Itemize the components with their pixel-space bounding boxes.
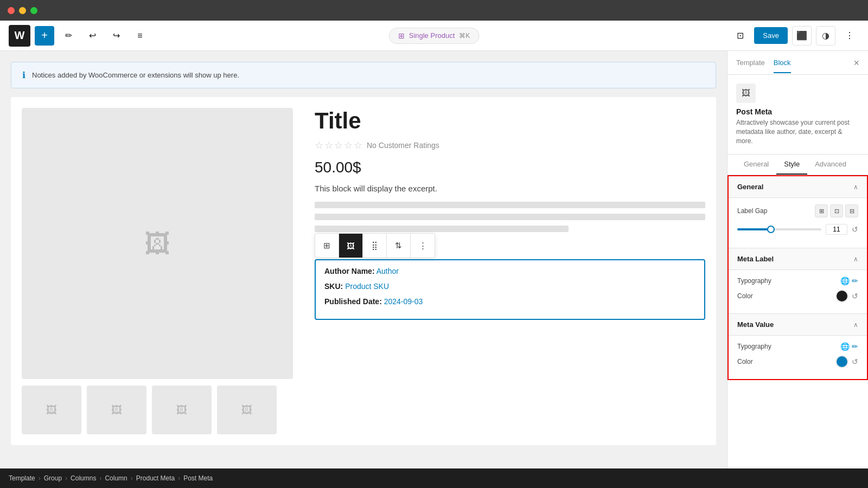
- list-view-button[interactable]: ≡: [130, 26, 150, 46]
- author-value[interactable]: Author: [376, 267, 399, 275]
- meta-label-section-header[interactable]: Meta Label ∧: [729, 248, 867, 269]
- canvas: ℹ Notices added by WooCommerce or extens…: [0, 51, 727, 468]
- meta-label-color-reset[interactable]: ↺: [852, 292, 858, 300]
- single-product-pill[interactable]: ⊞ Single Product ⌘K: [389, 28, 480, 44]
- thumbnail-1: 🖼: [22, 386, 81, 434]
- more-options-button[interactable]: ⋮: [411, 234, 435, 258]
- move-up-down[interactable]: ⇅: [387, 234, 411, 258]
- product-image-column: 🖼 🖼 🖼 🖼 🖼: [22, 108, 293, 434]
- breadcrumb-sep-3: ›: [99, 474, 101, 482]
- product-price: 50.00$: [315, 159, 705, 176]
- label-gap-controls: ⊞ ⊡ ⊟: [815, 204, 858, 217]
- general-section-header[interactable]: General ∧: [729, 176, 867, 197]
- meta-value-section-title: Meta Value: [737, 320, 774, 329]
- panel-close-button[interactable]: ×: [853, 57, 859, 74]
- breadcrumb-template[interactable]: Template: [9, 474, 35, 482]
- toolbar-right: ⊡ Save ⬛ ◑ ⋮: [730, 26, 859, 46]
- maximize-button[interactable]: [30, 7, 37, 14]
- right-panel: Template Block × 🖼 Post Meta Attractivel…: [727, 51, 868, 468]
- post-meta-block[interactable]: Author Name: Author SKU: Product SKU Pub…: [315, 259, 705, 320]
- meta-row-date: Published Date: 2024-09-03: [324, 297, 695, 306]
- meta-label-typography-icons: 🌐 ✏: [840, 277, 858, 285]
- meta-value-color-reset[interactable]: ↺: [852, 357, 858, 366]
- toolbar-left: W + ✏ ↩ ↪ ≡: [9, 25, 150, 47]
- star-rating: ☆ ☆ ☆ ☆ ☆: [315, 139, 362, 151]
- drag-handle[interactable]: ⣿: [363, 234, 387, 258]
- meta-value-section-body: Typography 🌐 ✏ Color ↺: [729, 335, 867, 379]
- pencil-icon-button[interactable]: ✏: [59, 26, 78, 46]
- wordpress-logo[interactable]: W: [9, 25, 30, 47]
- meta-line-1: [315, 202, 705, 208]
- meta-label-color-label: Color: [737, 292, 753, 300]
- meta-value-section-header[interactable]: Meta Value ∧: [729, 314, 867, 335]
- meta-label-color-swatch[interactable]: [835, 290, 848, 303]
- meta-value-typography-row: Typography 🌐 ✏: [737, 342, 858, 351]
- label-gap-track: [737, 228, 821, 230]
- undo-button[interactable]: ↩: [82, 26, 102, 46]
- label-gap-thumb[interactable]: [767, 226, 775, 233]
- save-button[interactable]: Save: [754, 27, 788, 44]
- single-product-text: Single Product: [409, 31, 455, 40]
- author-label: Author Name:: [324, 267, 375, 275]
- redo-button[interactable]: ↪: [106, 26, 126, 46]
- breadcrumb-group[interactable]: Group: [44, 474, 62, 482]
- thumbnail-row: 🖼 🖼 🖼 🖼: [22, 386, 293, 434]
- panel-tabs-left: Template Block: [736, 59, 791, 73]
- star-2: ☆: [324, 139, 333, 151]
- breadcrumb-product-meta[interactable]: Product Meta: [136, 474, 175, 482]
- block-tab[interactable]: Block: [774, 59, 791, 73]
- view-toggle-button[interactable]: ⬛: [792, 26, 812, 46]
- layout-icon-2[interactable]: ⊡: [830, 204, 843, 217]
- notice-bar: ℹ Notices added by WooCommerce or extens…: [11, 62, 716, 88]
- sub-tabs: General Style Advanced: [727, 155, 868, 175]
- published-date-value[interactable]: 2024-09-03: [384, 297, 423, 306]
- block-info-desc: Attractively showcase your current post …: [736, 118, 859, 145]
- template-tab[interactable]: Template: [736, 59, 765, 73]
- general-chevron-icon: ∧: [853, 183, 858, 191]
- layout-icon-1[interactable]: ⊞: [815, 204, 828, 217]
- app: W + ✏ ↩ ↪ ≡ ⊞ Single Product ⌘K ⊡ Save ⬛…: [0, 21, 868, 488]
- general-subtab[interactable]: General: [736, 155, 776, 175]
- breadcrumb-sep-2: ›: [65, 474, 67, 482]
- sku-value[interactable]: Product SKU: [345, 282, 389, 291]
- block-type-button[interactable]: ⊞: [315, 234, 339, 258]
- advanced-subtab[interactable]: Advanced: [807, 155, 854, 175]
- meta-value-color-row: Color ↺: [737, 355, 858, 368]
- breadcrumb-column[interactable]: Column: [105, 474, 127, 482]
- typography-globe-icon[interactable]: 🌐: [840, 277, 850, 285]
- style-subtab[interactable]: Style: [776, 155, 807, 175]
- breadcrumb-post-meta[interactable]: Post Meta: [183, 474, 213, 482]
- add-block-button[interactable]: +: [35, 26, 54, 46]
- meta-value-color-swatch[interactable]: [835, 355, 848, 368]
- thumbnail-2: 🖼: [87, 386, 146, 434]
- thumbnail-3: 🖼: [152, 386, 212, 434]
- meta-value-color-label: Color: [737, 358, 753, 365]
- post-meta-wrapper: ⊞ 🖼 ⣿ ⇅ ⋮ Author Name: Author: [315, 259, 705, 320]
- minimize-button[interactable]: [19, 7, 26, 14]
- label-gap-value[interactable]: [826, 224, 847, 235]
- options-button[interactable]: ⋮: [840, 26, 859, 46]
- product-excerpt: This block will display the excerpt.: [315, 184, 705, 193]
- close-button[interactable]: [8, 7, 15, 14]
- notice-text: Notices added by WooCommerce or extensio…: [32, 71, 239, 79]
- meta-value-edit-icon[interactable]: ✏: [852, 342, 858, 351]
- main-product-image: 🖼: [22, 108, 293, 379]
- breadcrumb-sep-1: ›: [39, 474, 41, 482]
- keyboard-shortcut: ⌘K: [459, 32, 470, 40]
- preview-button[interactable]: ⊡: [730, 26, 750, 46]
- general-section-title: General: [737, 183, 763, 191]
- typography-edit-icon[interactable]: ✏: [852, 277, 858, 285]
- block-info-name: Post Meta: [736, 107, 859, 116]
- meta-value-globe-icon[interactable]: 🌐: [840, 342, 850, 351]
- block-icon-button[interactable]: 🖼: [339, 234, 363, 258]
- block-info-icon: 🖼: [736, 84, 756, 103]
- label-gap-row: Label Gap ⊞ ⊡ ⊟: [737, 204, 858, 217]
- layout-icon-3[interactable]: ⊟: [845, 204, 858, 217]
- label-gap-fill: [737, 228, 771, 230]
- breadcrumb-columns[interactable]: Columns: [71, 474, 96, 482]
- label-gap-reset[interactable]: ↺: [852, 225, 858, 234]
- star-3: ☆: [334, 139, 343, 151]
- color-mode-button[interactable]: ◑: [816, 26, 835, 46]
- settings-section: General ∧ Label Gap ⊞ ⊡ ⊟: [727, 175, 868, 380]
- star-1: ☆: [315, 139, 323, 151]
